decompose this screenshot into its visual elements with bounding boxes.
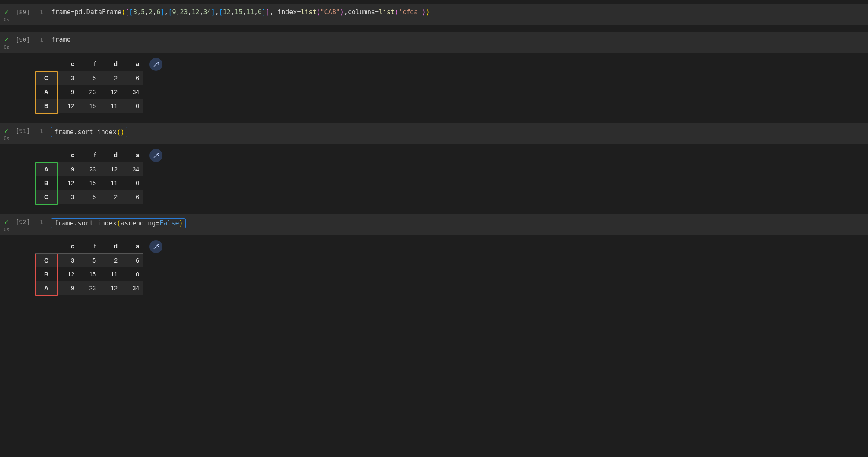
code-token: False [159, 219, 179, 227]
dataframe-table: cfdaC3526B1215110A9231234 [35, 239, 143, 295]
cell-input-row[interactable]: ✓0s[90]1frame [0, 32, 868, 53]
cell-input-row[interactable]: ✓0s[92]1frame.sort_index(ascending=False… [0, 214, 868, 235]
column-header[interactable]: d [100, 148, 122, 162]
table-cell: 9 [57, 281, 79, 295]
column-header[interactable]: f [79, 148, 100, 162]
code-token: 11 [246, 8, 254, 16]
code-line[interactable]: frame.sort_index() [48, 126, 131, 139]
row-index[interactable]: C [35, 71, 57, 86]
column-header[interactable]: d [100, 239, 122, 254]
table-row: C3526 [35, 71, 143, 86]
code-token: ] [160, 8, 164, 16]
code-token: 12 [192, 8, 200, 16]
row-index[interactable]: A [35, 281, 57, 295]
table-cell: 9 [57, 162, 79, 177]
table-cell: 23 [79, 85, 100, 99]
cell-label: [90] [13, 35, 36, 43]
dataframe-table: cfdaC3526A9231234B1215110 [35, 57, 143, 113]
code-line[interactable]: frame.sort_index(ascending=False) [48, 217, 189, 230]
code-token: frame [51, 36, 70, 44]
table-cell: 15 [79, 267, 100, 281]
table-cell: 11 [100, 267, 122, 281]
cell-status: ✓0s [0, 217, 13, 232]
table-cell: 34 [122, 85, 143, 99]
code-token: frame [51, 8, 70, 16]
table-cell: 9 [57, 85, 79, 99]
code-token: "CAB" [321, 8, 340, 16]
table-row: B1215110 [35, 176, 143, 190]
table-cell: 6 [122, 71, 143, 86]
cell-output: cfdaA9231234B1215110C3526 [0, 144, 868, 207]
code-token: , [200, 8, 203, 16]
notebook-cell: ✓0s[92]1frame.sort_index(ascending=False… [0, 214, 868, 298]
row-index[interactable]: B [35, 176, 57, 190]
table-cell: 23 [79, 162, 100, 177]
column-header[interactable]: a [122, 239, 143, 254]
table-cell: 11 [100, 99, 122, 113]
magic-wand-icon[interactable] [149, 58, 162, 71]
dataframe-wrap: cfdaC3526A9231234B1215110 [35, 57, 143, 113]
code-token: ] [211, 8, 215, 16]
table-cell: 2 [100, 254, 122, 268]
table-row: A9231234 [35, 281, 143, 295]
table-row: A9231234 [35, 162, 143, 177]
table-row: A9231234 [35, 85, 143, 99]
table-cell: 34 [122, 162, 143, 177]
cell-label: [89] [13, 7, 36, 16]
column-header[interactable]: f [79, 239, 100, 254]
row-index[interactable]: A [35, 162, 57, 177]
cell-status: ✓0s [0, 35, 13, 50]
table-cell: 5 [79, 190, 100, 204]
cell-output: cfdaC3526B1215110A9231234 [0, 235, 868, 298]
code-token: list [301, 8, 316, 16]
table-corner [35, 148, 57, 162]
row-index[interactable]: B [35, 99, 57, 113]
cell-output: cfdaC3526A9231234B1215110 [0, 53, 868, 116]
code-line[interactable]: frame=pd.DataFrame([[3,5,2,6],[9,23,12,3… [48, 7, 433, 17]
code-token: 12 [223, 8, 231, 16]
row-index[interactable]: B [35, 267, 57, 281]
table-cell: 15 [79, 176, 100, 190]
table-cell: 12 [57, 267, 79, 281]
code-token: , [153, 8, 156, 16]
column-header[interactable]: d [100, 57, 122, 71]
row-index[interactable]: C [35, 190, 57, 204]
code-token: pd.DataFrame [75, 8, 121, 16]
cell-input-row[interactable]: ✓0s[91]1frame.sort_index() [0, 123, 868, 144]
row-index[interactable]: C [35, 254, 57, 268]
code-token: ] [262, 8, 266, 16]
dataframe-wrap: cfdaC3526B1215110A9231234 [35, 239, 143, 295]
column-header[interactable]: c [57, 239, 79, 254]
column-header[interactable]: c [57, 57, 79, 71]
code-token: ,columns [344, 8, 375, 16]
code-token: 5 [141, 8, 145, 16]
code-token: frame.sort_index [54, 219, 117, 227]
code-token: = [156, 219, 159, 227]
code-token: ) [179, 219, 183, 227]
table-cell: 15 [79, 99, 100, 113]
table-row: C3526 [35, 254, 143, 268]
table-cell: 3 [57, 254, 79, 268]
code-highlight-box: frame.sort_index() [51, 127, 127, 137]
column-header[interactable]: a [122, 148, 143, 162]
column-header[interactable]: a [122, 57, 143, 71]
cell-input-row[interactable]: ✓0s[89]1frame=pd.DataFrame([[3,5,2,6],[9… [0, 4, 868, 25]
table-cell: 34 [122, 281, 143, 295]
row-index[interactable]: A [35, 85, 57, 99]
code-token: ) [340, 8, 344, 16]
code-token: 15 [235, 8, 242, 16]
column-header[interactable]: f [79, 57, 100, 71]
magic-wand-icon[interactable] [149, 240, 162, 253]
table-cell: 11 [100, 176, 122, 190]
code-token: list [379, 8, 394, 16]
table-cell: 23 [79, 281, 100, 295]
code-token: ] [266, 8, 270, 16]
notebook: ✓0s[89]1frame=pd.DataFrame([[3,5,2,6],[9… [0, 0, 868, 310]
table-cell: 12 [57, 176, 79, 190]
magic-wand-icon[interactable] [149, 149, 162, 162]
column-header[interactable]: c [57, 148, 79, 162]
code-line[interactable]: frame [48, 35, 74, 45]
code-token: , index [270, 8, 297, 16]
dataframe-table: cfdaA9231234B1215110C3526 [35, 148, 143, 204]
code-token: , [188, 8, 192, 16]
